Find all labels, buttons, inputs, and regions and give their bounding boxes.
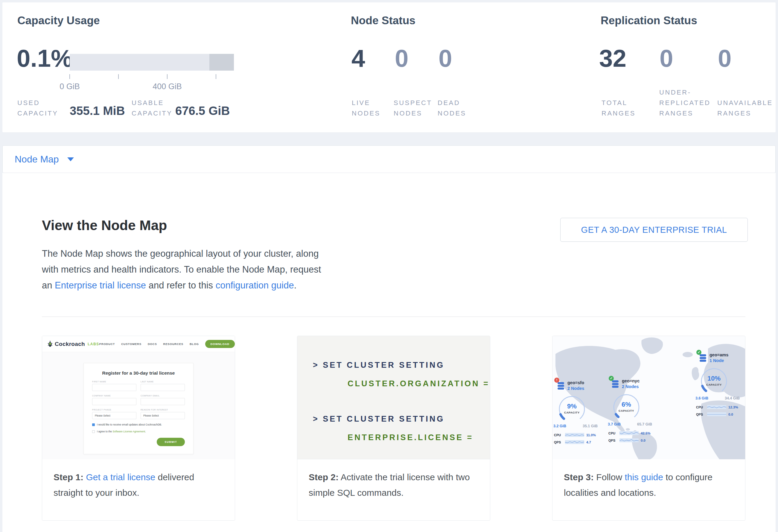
promo-text: and refer to this — [146, 280, 216, 291]
locality-labels: geo=sfo 2 Nodes — [567, 380, 584, 391]
cpu-label: CPU — [608, 432, 617, 435]
nodes-icon-wrap: ✓ — [611, 380, 619, 389]
form-field: REASON FOR INTEREST Please Select — [141, 409, 185, 419]
step3-caption: Step 3: Follow this guide to configure l… — [552, 459, 745, 501]
capacity-axis-tick — [216, 74, 216, 79]
qps-value: 0.0 — [728, 412, 733, 416]
cpu-sparkline — [707, 405, 726, 409]
enterprise-trial-license-link[interactable]: Enterprise trial license — [55, 280, 146, 291]
capacity-usage-percent: 0.1% — [17, 46, 73, 71]
chevron-down-icon — [67, 157, 74, 161]
total-capacity: 35.1 GiB — [583, 424, 598, 428]
step3-card: ! geo=sfo 2 Nodes — [552, 336, 746, 521]
step1-thumbnail: CockroachLABS PRODUCT CUSTOMERS DOCS RES… — [42, 336, 235, 459]
used-capacity: 3.6 GiB — [695, 396, 708, 400]
step2-caption: Step 2: Activate the trial license with … — [297, 459, 490, 501]
capacity-bar-reserved-segment — [209, 54, 234, 71]
qps-metric-row: QPS 4.7 — [554, 440, 591, 444]
cpu-label: CPU — [554, 433, 563, 437]
locality-labels: geo=ams 1 Node — [709, 353, 728, 363]
nodes-icon-wrap: ! — [557, 381, 565, 390]
logo-suffix: LABS — [88, 342, 99, 346]
locality-node-count: 2 Nodes — [567, 386, 584, 391]
qps-label: QPS — [696, 412, 705, 416]
total-capacity: 34.4 GiB — [725, 396, 740, 400]
submit-row: SUBMIT — [92, 438, 185, 446]
sql-prompt-line: > SET CLUSTER SETTING — [313, 414, 445, 424]
first-name-input — [92, 384, 136, 391]
live-nodes-label: LIVE NODES — [352, 97, 381, 119]
promo-text: . — [294, 280, 297, 291]
capacity-usage-title: Capacity Usage — [17, 14, 100, 27]
step1-card: CockroachLABS PRODUCT CUSTOMERS DOCS RES… — [42, 336, 235, 521]
field-label: LAST NAME — [141, 381, 185, 383]
submit-pill-button: SUBMIT — [157, 438, 185, 446]
qps-sparkline — [707, 412, 726, 416]
software-license-agreement-link: Software License Agreement — [112, 430, 145, 433]
cockroach-labs-logo: CockroachLABS — [48, 341, 99, 348]
total-ranges-label: TOTAL RANGES — [602, 97, 636, 119]
trial-license-form: Register for a 30-day trial license FIRS… — [83, 363, 193, 454]
locality-header: ! geo=sfo 2 Nodes — [557, 380, 584, 391]
field-label: COMPANY EMAIL — [141, 395, 185, 397]
email-updates-checkbox-row: I would like to receive email updates ab… — [92, 423, 185, 426]
capacity-percent: 10% — [700, 375, 728, 382]
cpu-value: 42.5% — [641, 432, 650, 435]
company-name-input — [92, 398, 136, 405]
field-label: REASON FOR INTEREST — [141, 409, 185, 411]
form-field: LAST NAME — [141, 381, 185, 391]
get-enterprise-trial-button[interactable]: GET A 30-DAY ENTERPRISE TRIAL — [560, 218, 748, 242]
steps-cards-row: CockroachLABS PRODUCT CUSTOMERS DOCS RES… — [42, 336, 746, 521]
node-map-promo-section: View the Node Map The Node Map shows the… — [2, 173, 776, 532]
locality-labels: geo=nyc 2 Nodes — [622, 379, 639, 389]
form-field: FIRST NAME — [92, 381, 136, 391]
locality-node-count: 2 Nodes — [622, 384, 639, 389]
license-agreement-checkbox-row: I agree to the Software License Agreemen… — [92, 430, 185, 433]
locality-node-count: 1 Node — [709, 358, 728, 363]
checkbox-text: . — [145, 430, 146, 433]
replication-status-title: Replication Status — [601, 14, 697, 27]
capacity-axis-tick — [167, 74, 167, 79]
capacity-axis-tick — [118, 74, 119, 79]
nav-item: DOCS — [148, 342, 157, 346]
this-guide-link[interactable]: this guide — [625, 472, 663, 482]
nav-item: PRODUCT — [99, 342, 115, 346]
used-capacity: 3.7 GiB — [608, 422, 621, 427]
under-replicated-ranges-label: UNDER- REPLICATED RANGES — [659, 87, 711, 119]
nav-item: CUSTOMERS — [121, 342, 142, 346]
nav-item: BLOG — [189, 342, 199, 346]
view-selector-bar: Node Map — [2, 145, 776, 173]
node-map-dropdown[interactable]: Node Map — [15, 146, 74, 173]
step3-map-thumbnail: ! geo=sfo 2 Nodes — [552, 336, 745, 459]
get-trial-license-link[interactable]: Get a trial license — [86, 472, 155, 482]
page-title: View the Node Map — [42, 217, 167, 233]
qps-value: 4.7 — [586, 441, 591, 444]
checkbox-checked-icon — [92, 424, 95, 426]
qps-metric-row: QPS 0.0 — [608, 438, 645, 442]
capacity-caption: CAPACITY — [612, 409, 641, 412]
nodes-icon-wrap: ✓ — [699, 354, 707, 363]
usable-capacity-label: USABLE CAPACITY — [132, 97, 172, 119]
cpu-value: 11.0% — [586, 433, 596, 437]
dead-nodes-label: DEAD NODES — [438, 97, 466, 119]
configuration-guide-link[interactable]: configuration guide — [216, 280, 294, 291]
capacity-axis-label-400: 400 GiB — [143, 82, 191, 91]
capacity-gauge: 6% CAPACITY — [612, 393, 641, 422]
step1-caption: Step 1: Get a trial license delivered st… — [42, 459, 235, 501]
unavailable-ranges-label: UNAVAILABLE RANGES — [717, 97, 773, 119]
checkbox-label: I agree to the Software License Agreemen… — [97, 430, 146, 433]
checkbox-unchecked-icon — [92, 430, 95, 433]
step-number: Step 2: — [309, 472, 338, 482]
capacity-range: 3.2 GiB 35.1 GiB — [553, 424, 598, 428]
checkbox-text: I agree to the — [97, 430, 112, 433]
database-icon — [557, 381, 565, 390]
capacity-caption: CAPACITY — [557, 411, 586, 414]
error-badge-icon: ! — [554, 378, 559, 383]
dead-nodes-count: 0 — [439, 46, 452, 71]
qps-sparkline — [619, 438, 639, 442]
cpu-metric-row: CPU 42.5% — [608, 431, 650, 435]
qps-metric-row: QPS 0.0 — [696, 412, 733, 416]
promo-description: The Node Map shows the geographical layo… — [42, 246, 333, 293]
check-badge-icon: ✓ — [696, 350, 701, 355]
step-number: Step 3: — [564, 472, 594, 482]
